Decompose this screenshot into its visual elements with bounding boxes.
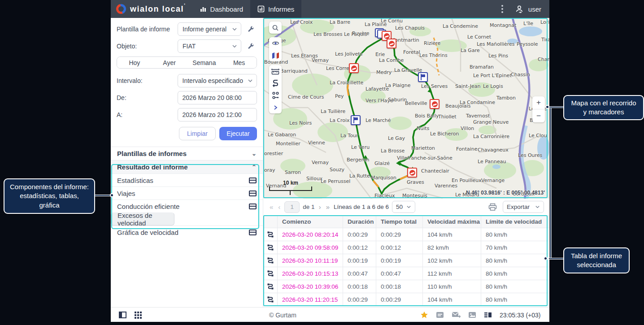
toggle-sidebar-button[interactable] [119,312,126,318]
map-place-label: Montesuis [402,193,427,199]
page-input[interactable] [284,201,300,213]
apps-grid-button[interactable] [135,312,142,319]
row-cell: 0:00:18 [376,280,423,293]
map-track-button[interactable] [269,77,282,89]
map-place-label: Chassin [511,72,530,78]
user-menu[interactable]: user [515,4,541,13]
map-measure-button[interactable] [269,65,282,77]
template-select[interactable]: Informe general [178,22,241,36]
prev-page-button[interactable]: ‹ [277,203,281,211]
print-button[interactable] [488,203,497,211]
speeding-event-marker[interactable] [407,168,417,178]
header-cell[interactable]: Límite de velocidad [481,215,549,228]
page-size-select[interactable]: 50 [392,201,415,213]
printer-icon [488,203,497,211]
table-row[interactable]: 2026-03-20 08:20:140:00:290:00:29104 km/… [263,228,549,241]
log-button[interactable] [436,312,444,318]
row-start-time-link[interactable]: 2026-03-20 09:58:09 [278,241,343,254]
tab-informes[interactable]: Informes [250,0,301,18]
header-cell[interactable]: Duración [343,215,376,228]
range-button-mes[interactable]: Mes [222,57,257,68]
export-select[interactable]: Exportar [503,201,544,213]
range-button-semana[interactable]: Semana [187,57,222,68]
map-expand-button[interactable] [269,101,282,113]
interval-select[interactable]: Intervalo especificado [178,74,257,87]
zoom-in-button[interactable]: + [532,96,545,109]
speeding-event-marker[interactable] [349,63,359,73]
report-result-item[interactable]: Estadísticas [111,173,263,186]
row-cell: 80 km/h [481,254,549,267]
report-icon [257,5,265,13]
map-place-label: Les Jolivets [335,51,362,57]
table-icon [249,204,257,209]
speeding-event-marker[interactable] [387,39,396,48]
map-place-label: Les Pins [488,53,508,59]
map-place-label: Marietton [411,145,435,151]
report-result-item[interactable]: Gráfica de velocidad [111,225,263,238]
section-report-result[interactable]: Resultado del informe ⌃ [111,160,263,173]
speeding-event-marker[interactable] [430,99,439,109]
map-place-label: Fontaine [456,146,478,152]
table-row[interactable]: 2026-03-20 10:11:190:00:190:00:19102 km/… [263,254,549,267]
map-place-label: Les Croix [290,19,313,25]
range-button-hoy[interactable]: Hoy [117,57,152,68]
zoom-out-button[interactable]: − [532,109,545,122]
favorites-button[interactable] [420,311,428,319]
callout-dot [544,256,548,260]
flag-marker[interactable] [418,72,428,82]
table-row[interactable]: 2026-03-20 10:39:060:00:180:00:18110 km/… [263,280,549,293]
flag-marker[interactable] [351,115,361,125]
row-cell: 0:00:19 [376,254,423,267]
eye-icon [272,39,279,47]
tab-dashboard[interactable]: Dashboard [192,0,250,18]
section-report-templates[interactable]: Plantillas de informes ⌄ [111,147,263,160]
notifications-button[interactable] [452,312,461,318]
row-start-time-link[interactable]: 2026-03-20 10:11:19 [278,254,343,267]
report-result-item[interactable]: Viajes [111,186,263,199]
page-count-label: de 1 [303,204,314,210]
map-markers-button[interactable] [269,89,282,101]
next-page-button[interactable]: › [318,203,322,211]
map-search-button[interactable] [269,22,282,34]
map-view[interactable]: Les CroixLa BarreLa PlaineLe CornuLes Ch… [263,18,549,199]
from-label: De: [117,94,178,101]
report-result-item[interactable]: Conducción eficiente [111,199,263,212]
to-datetime-input[interactable]: 2026 Marzo 20 12:00 [178,108,257,121]
layout-button[interactable] [484,312,492,318]
object-settings-button[interactable] [248,43,254,50]
row-icon-cell [263,228,278,241]
table-row[interactable]: 2026-03-20 09:58:090:00:120:00:1282 km/h… [263,241,549,254]
map-visibility-button[interactable] [269,37,282,49]
header-cell[interactable]: Tiempo total [376,215,423,228]
map-place-label: La Rutte [349,173,370,179]
map-place-label: Le Bicheron [430,131,459,137]
map-place-label: Le Veru [351,144,370,150]
table-row[interactable]: 2026-03-20 10:15:130:00:470:00:47112 km/… [263,267,549,280]
map-toolbar [269,22,282,117]
row-start-time-link[interactable]: 2026-03-20 08:20:14 [278,228,343,241]
map-source-button[interactable] [269,49,282,61]
first-page-button[interactable]: « [269,203,274,211]
table-row[interactable]: 2026-03-20 11:20:150:00:290:00:29104 km/… [263,293,549,306]
row-cell: 0:00:29 [343,293,376,306]
row-start-time-link[interactable]: 2026-03-20 11:20:15 [278,293,343,306]
template-settings-button[interactable] [248,26,254,33]
object-select[interactable]: FIAT [178,39,241,53]
header-cell[interactable]: Velocidad máxima [423,215,481,228]
report-result-label: Estadísticas [117,177,153,184]
media-button[interactable] [468,312,476,318]
more-menu-icon[interactable] [500,3,505,15]
map-place-label: Grange Neuve [473,119,509,125]
row-start-time-link[interactable]: 2026-03-20 10:39:06 [278,280,343,293]
clear-button[interactable]: Limpiar [179,127,216,140]
from-datetime-input[interactable]: 2026 Marzo 20 08:00 [178,91,257,104]
main-panel: Les CroixLa BarreLa PlaineLe CornuLes Ch… [263,18,549,307]
execute-button[interactable]: Ejecutar [219,127,257,140]
row-start-time-link[interactable]: 2026-03-20 10:15:13 [278,267,343,280]
range-button-ayer[interactable]: Ayer [152,57,187,68]
last-page-button[interactable]: » [325,203,331,211]
report-result-label: Conducción eficiente [117,203,179,210]
callout-table: Tabla del informe seleccionada [563,247,630,273]
header-cell[interactable]: Comienzo [278,215,343,228]
report-result-item[interactable]: Excesos de velocidad [111,212,174,225]
